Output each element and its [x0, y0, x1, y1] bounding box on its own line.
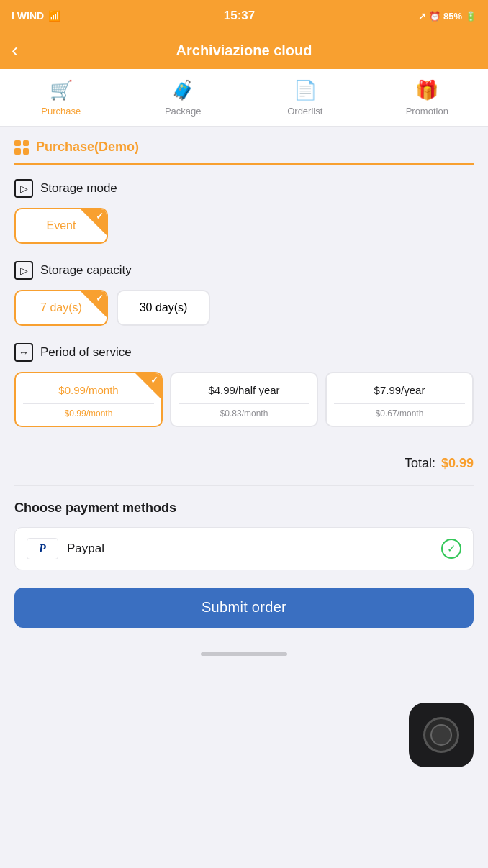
period-halfyear-card[interactable]: $4.99/half year $0.83/month [170, 372, 318, 427]
camera-lens [430, 724, 452, 746]
payment-title: Choose payment methods [14, 501, 474, 516]
submit-order-button[interactable]: Submit order [14, 588, 474, 628]
tab-bar: 🛒 Purchase 🧳 Package 📄 Orderlist 🎁 Promo… [0, 69, 488, 127]
status-bar: I WIND 📶 15:37 ↗ ⏰ 85% 🔋 [0, 0, 488, 32]
storage-capacity-section: ▷ Storage capacity 7 day(s) 30 day(s) [14, 261, 474, 326]
paypal-selected-check: ✓ [441, 539, 461, 559]
status-bar-left: I WIND 📶 [12, 10, 60, 22]
carrier-text: I WIND [12, 10, 44, 22]
period-label-row: ↔ Period of service [14, 343, 474, 362]
storage-capacity-icon: ▷ [14, 261, 33, 280]
period-icon: ↔ [14, 343, 33, 362]
storage-mode-event-card[interactable]: Event [14, 208, 108, 244]
tab-package[interactable]: 🧳 Package [122, 69, 245, 126]
period-halfyear-sub: $0.83/month [179, 403, 309, 419]
period-year-sub: $0.67/month [334, 403, 465, 419]
payment-section: Choose payment methods P Paypal ✓ [14, 501, 474, 570]
storage-mode-label: Storage mode [40, 181, 117, 196]
30days-label: 30 day(s) [132, 301, 194, 314]
period-label: Period of service [40, 345, 132, 360]
paypal-option[interactable]: P Paypal ✓ [14, 527, 474, 570]
period-month-sub: $0.99/month [23, 403, 154, 419]
total-label: Total: [405, 456, 435, 471]
total-row: Total: $0.99 [14, 444, 474, 486]
tab-orderlist[interactable]: 📄 Orderlist [244, 69, 366, 126]
period-year-main: $7.99/year [334, 383, 465, 398]
tab-package-label: Package [165, 106, 202, 117]
period-month-checkmark [135, 373, 161, 399]
wifi-icon: 📶 [48, 10, 60, 22]
nav-title: Archiviazione cloud [176, 42, 312, 59]
home-bar [201, 652, 287, 656]
location-icon: ↗ [418, 11, 426, 22]
period-year-card[interactable]: $7.99/year $0.67/month [325, 372, 474, 427]
total-value: $0.99 [441, 456, 474, 471]
battery-text: 85% [443, 11, 462, 22]
home-indicator [0, 642, 488, 667]
purchase-icon: 🛒 [50, 79, 73, 101]
storage-mode-icon: ▷ [14, 179, 33, 198]
paypal-logo: P [27, 538, 58, 559]
period-month-card[interactable]: $0.99/month $0.99/month [14, 372, 163, 427]
section-header: Purchase(Demo) [14, 127, 474, 165]
period-options: $0.99/month $0.99/month $4.99/half year … [14, 372, 474, 427]
status-bar-time: 15:37 [224, 9, 255, 23]
alarm-icon: ⏰ [429, 11, 440, 22]
orderlist-icon: 📄 [294, 79, 317, 101]
period-section: ↔ Period of service $0.99/month $0.99/mo… [14, 343, 474, 427]
paypal-left: P Paypal [27, 538, 104, 559]
capacity-30days-card[interactable]: 30 day(s) [117, 290, 210, 326]
tab-orderlist-label: Orderlist [287, 106, 322, 117]
storage-mode-options: Event [14, 208, 474, 244]
nav-header: ‹ Archiviazione cloud [0, 32, 488, 69]
storage-mode-section: ▷ Storage mode Event [14, 179, 474, 244]
tab-purchase[interactable]: 🛒 Purchase [0, 69, 122, 126]
storage-capacity-label-row: ▷ Storage capacity [14, 261, 474, 280]
tab-promotion-label: Promotion [406, 106, 448, 117]
tab-promotion[interactable]: 🎁 Promotion [366, 69, 489, 126]
section-title: Purchase(Demo) [36, 140, 139, 155]
camera-overlay [409, 703, 474, 767]
storage-mode-label-row: ▷ Storage mode [14, 179, 474, 198]
back-button[interactable]: ‹ [12, 39, 18, 62]
tab-purchase-label: Purchase [41, 106, 81, 117]
capacity-7days-card[interactable]: 7 day(s) [14, 290, 108, 326]
storage-capacity-options: 7 day(s) 30 day(s) [14, 290, 474, 326]
selected-checkmark [81, 209, 107, 235]
period-halfyear-main: $4.99/half year [179, 383, 309, 398]
section-grid-icon [14, 140, 29, 155]
battery-icon: 🔋 [465, 11, 476, 22]
storage-capacity-label: Storage capacity [40, 263, 132, 278]
paypal-name: Paypal [67, 542, 104, 556]
status-bar-right: ↗ ⏰ 85% 🔋 [418, 11, 476, 22]
camera-inner [423, 717, 459, 753]
main-content: Purchase(Demo) ▷ Storage mode Event ▷ St… [0, 127, 488, 642]
promotion-icon: 🎁 [415, 79, 438, 101]
selected-checkmark-7 [81, 291, 107, 317]
package-icon: 🧳 [171, 79, 194, 101]
period-month-main: $0.99/month [23, 383, 154, 398]
